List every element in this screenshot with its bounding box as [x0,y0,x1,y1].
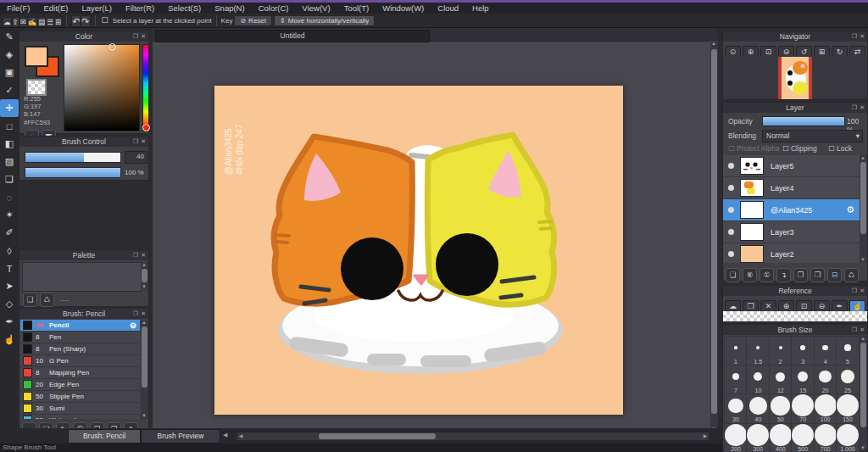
saturation-value-picker[interactable] [64,44,140,131]
brush-size-preset[interactable]: 15 [791,365,815,395]
tool-rect-select-icon[interactable]: □ [0,117,19,135]
brush-row[interactable]: 50Watercolor [20,415,140,419]
move-mode-button[interactable]: ⇕Move horizontally/vertically [274,15,375,26]
brush-size-preset[interactable]: 50 [769,393,793,424]
blending-dropdown[interactable]: Normal ▾ [762,130,863,142]
tool-lasso-icon[interactable]: ◌ [0,188,19,206]
brush-size-preset[interactable]: 700 [814,423,837,452]
lock-checkbox[interactable]: ☐ Lock [828,144,852,153]
layer-row[interactable]: Layer5 [723,155,860,177]
tool-magic-wand-icon[interactable]: ✶ [0,206,19,224]
menu-filterr[interactable]: Filter(R) [119,3,161,14]
close-icon[interactable]: ✕ [141,252,146,258]
tool-select-eraser-icon[interactable]: ◊ [0,242,19,259]
foreground-color-swatch[interactable] [25,46,48,67]
new-layer-icon[interactable]: ❏ [726,268,740,282]
brush-row[interactable]: 8Pen (Sharp) [20,343,140,355]
transparent-color-swatch[interactable] [26,79,47,96]
brush-row[interactable]: 10G Pen [20,355,140,367]
brush-size-preset[interactable]: 3 [791,336,815,366]
tool-select-pen-icon[interactable]: ✐ [0,224,19,242]
popout-icon[interactable]: ❐ [852,104,857,110]
layer-row[interactable]: Layer3 [723,221,860,243]
navigator-header[interactable]: Navigator ❐✕ [723,31,867,42]
brush-size-preset[interactable]: 500 [791,423,815,452]
popout-icon[interactable]: ❐ [852,33,857,39]
tool-gradient-icon[interactable]: ▨ [0,153,19,170]
brush-size-preset[interactable]: 1.5 [746,336,770,366]
menu-colorc[interactable]: Color(C) [252,3,296,14]
tool-operation-icon[interactable]: ➤ [0,277,19,295]
tab-brush-pencil[interactable]: Brush: Pencil [68,429,141,444]
navigator-preview[interactable] [723,56,867,99]
new-8bit-layer-icon[interactable]: ⑧ [743,268,757,282]
close-icon[interactable]: ✕ [141,310,146,316]
protect-alpha-checkbox[interactable]: ☐ Protect Alpha [728,144,780,153]
brush-row[interactable]: 20Edge Pen [20,379,140,391]
brush-row[interactable]: 8Mapping Pen [20,367,140,379]
brush-size-preset[interactable]: 25 [836,365,860,395]
menu-snapn[interactable]: Snap(N) [208,3,251,14]
layer-visibility-icon[interactable] [728,251,734,257]
close-icon[interactable]: ✕ [860,104,865,110]
reset-button[interactable]: ⊘Reset [234,15,272,26]
layer-visibility-icon[interactable] [728,229,734,235]
reference-header[interactable]: Reference ❐✕ [723,286,867,296]
palette-header[interactable]: Palette ❐✕ [19,250,148,260]
tool-eraser-soft-icon[interactable]: ◇ [0,295,19,313]
close-icon[interactable]: ✕ [141,138,146,144]
redo-icon[interactable]: ↷ [81,15,90,27]
layer-row[interactable]: @Alian3425⚙ [723,199,860,221]
brush-size-preset[interactable]: 300 [746,423,770,452]
tool-move-icon[interactable]: ✛ [0,99,19,117]
new-folder-icon[interactable]: ❒ [793,268,808,282]
popout-icon[interactable]: ❐ [133,33,138,39]
menu-toolt[interactable]: Tool(T) [337,3,376,14]
brush-size-preset[interactable]: 1 [724,336,748,366]
clipping-checkbox[interactable]: ☐ Clipping [782,144,817,153]
convert-layer-icon[interactable]: ↴ [776,268,791,282]
menu-viewv[interactable]: View(V) [296,3,337,14]
menu-cloud[interactable]: Cloud [431,3,465,14]
brush-size-preset[interactable]: 1.000 [836,423,860,452]
canvas-area[interactable]: Untitled @Alian3425 #Hỏi đáp 247 [153,28,717,444]
hue-marker[interactable] [142,124,150,131]
memo-icon[interactable]: ✍ [27,17,38,27]
grid-icon[interactable]: ⊞ [54,17,62,27]
delete-color-icon[interactable]: ♺ [40,293,54,307]
popout-icon[interactable]: ❐ [852,326,857,332]
palette-list[interactable] [22,262,142,292]
tab-brush-preview[interactable]: Brush Preview [141,429,220,444]
brush-size-preset[interactable]: 2 [769,336,793,366]
color-panel-header[interactable]: Color ❐✕ [19,31,148,42]
canvas-hscrollbar[interactable]: ◀▶ [237,432,709,440]
gear-icon[interactable]: ⚙ [130,321,136,330]
comment-icon[interactable]: ✉ [19,17,27,27]
delete-layer-icon[interactable]: ♺ [844,268,859,282]
brush-size-preset[interactable]: 4 [814,336,837,366]
close-icon[interactable]: ✕ [860,287,865,293]
popout-icon[interactable]: ❐ [133,310,138,316]
popout-icon[interactable]: ❐ [133,138,138,144]
document-tab[interactable]: Untitled [155,30,430,42]
tool-polyline-icon[interactable]: ✓ [0,81,19,99]
sv-marker[interactable] [108,43,116,51]
brush-list-header[interactable]: Brush: Pencil ❐✕ [19,309,148,319]
select-layer-checkbox[interactable]: ☐ [102,16,108,25]
tool-brush-icon[interactable]: ✎ [0,28,19,46]
brush-size-slider[interactable] [25,152,121,163]
brush-size-preset[interactable]: 70 [791,393,815,424]
tool-select-rect-icon[interactable]: ❏ [0,170,19,188]
brush-size-scrollbar[interactable]: ▲▼ [860,336,867,451]
brush-size-preset[interactable]: 20 [814,365,837,395]
layer-row[interactable]: Layer2 [723,243,860,263]
tool-eyedropper-icon[interactable]: ✒ [0,313,19,331]
layer-visibility-icon[interactable] [728,185,734,191]
hue-slider[interactable] [142,44,149,131]
layer-visibility-icon[interactable] [728,163,734,169]
brush-row[interactable]: 50Stipple Pen [20,391,140,403]
layer-header[interactable]: Layer ❐✕ [723,103,867,113]
brush-row[interactable]: 8Pen [20,332,140,343]
close-icon[interactable]: ✕ [141,33,146,39]
brush-opacity-slider[interactable] [25,167,121,178]
